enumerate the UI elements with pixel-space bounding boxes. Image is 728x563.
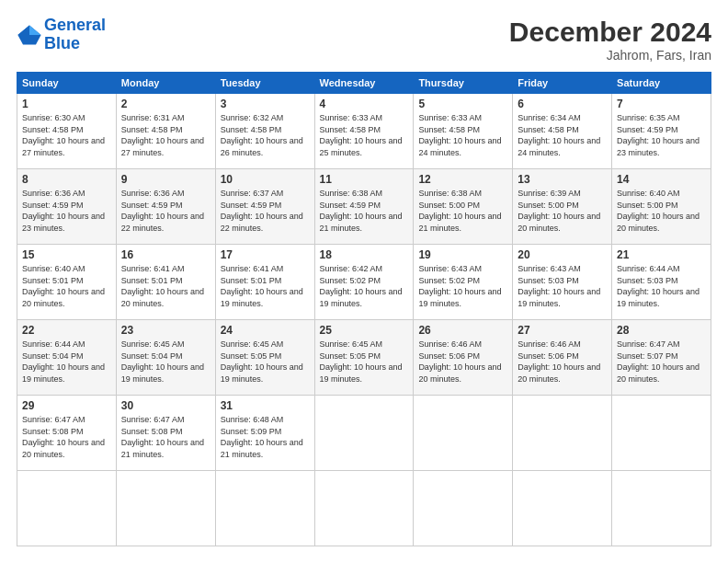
day-info: Sunrise: 6:41 AMSunset: 5:01 PMDaylight:…: [221, 263, 310, 309]
calendar-cell: 14Sunrise: 6:40 AMSunset: 5:00 PMDayligh…: [612, 169, 711, 245]
calendar-cell: [513, 471, 612, 546]
calendar-cell: 1Sunrise: 6:30 AMSunset: 4:58 PMDaylight…: [17, 94, 117, 169]
day-number: 10: [221, 173, 310, 186]
day-info: Sunrise: 6:43 AMSunset: 5:02 PMDaylight:…: [418, 263, 507, 309]
calendar-cell: 18Sunrise: 6:42 AMSunset: 5:02 PMDayligh…: [314, 245, 414, 320]
header: General Blue December 2024 Jahrom, Fars,…: [17, 17, 711, 63]
day-info: Sunrise: 6:40 AMSunset: 5:00 PMDaylight:…: [617, 188, 706, 234]
calendar-cell: 17Sunrise: 6:41 AMSunset: 5:01 PMDayligh…: [215, 245, 314, 320]
col-friday: Friday: [513, 73, 612, 94]
day-info: Sunrise: 6:30 AMSunset: 4:58 PMDaylight:…: [22, 112, 111, 158]
col-wednesday: Wednesday: [314, 73, 414, 94]
col-thursday: Thursday: [414, 73, 513, 94]
calendar-cell: 13Sunrise: 6:39 AMSunset: 5:00 PMDayligh…: [513, 169, 612, 245]
calendar-cell: 12Sunrise: 6:38 AMSunset: 5:00 PMDayligh…: [414, 169, 513, 245]
day-number: 2: [121, 98, 210, 110]
calendar-cell: 29Sunrise: 6:47 AMSunset: 5:08 PMDayligh…: [17, 396, 117, 471]
day-number: 18: [320, 248, 409, 261]
calendar-cell: [612, 471, 711, 546]
calendar-cell: [314, 396, 414, 471]
day-info: Sunrise: 6:47 AMSunset: 5:08 PMDaylight:…: [121, 414, 210, 460]
calendar-cell: 10Sunrise: 6:37 AMSunset: 4:59 PMDayligh…: [215, 169, 314, 245]
day-number: 11: [320, 173, 409, 186]
day-number: 7: [617, 98, 706, 110]
day-number: 28: [617, 324, 706, 337]
day-info: Sunrise: 6:33 AMSunset: 4:58 PMDaylight:…: [418, 112, 507, 158]
logo: General Blue: [17, 17, 106, 53]
day-number: 31: [221, 399, 310, 412]
logo-line2: Blue: [44, 34, 80, 52]
calendar-cell: 6Sunrise: 6:34 AMSunset: 4:58 PMDaylight…: [513, 94, 612, 169]
day-info: Sunrise: 6:40 AMSunset: 5:01 PMDaylight:…: [22, 263, 111, 309]
calendar-week-row: [17, 471, 711, 546]
calendar-cell: 2Sunrise: 6:31 AMSunset: 4:58 PMDaylight…: [116, 94, 215, 169]
day-number: 13: [518, 173, 607, 186]
day-number: 26: [418, 324, 507, 337]
day-number: 9: [121, 173, 210, 186]
col-tuesday: Tuesday: [215, 73, 314, 94]
day-number: 20: [518, 248, 607, 261]
day-info: Sunrise: 6:32 AMSunset: 4:58 PMDaylight:…: [221, 112, 310, 158]
calendar-cell: 31Sunrise: 6:48 AMSunset: 5:09 PMDayligh…: [215, 396, 314, 471]
calendar-cell: [414, 471, 513, 546]
day-info: Sunrise: 6:47 AMSunset: 5:08 PMDaylight:…: [22, 414, 111, 460]
day-number: 21: [617, 248, 706, 261]
day-info: Sunrise: 6:46 AMSunset: 5:06 PMDaylight:…: [518, 339, 607, 385]
calendar-cell: [612, 396, 711, 471]
day-number: 23: [121, 324, 210, 337]
day-number: 5: [418, 98, 507, 110]
calendar-cell: [215, 471, 314, 546]
day-info: Sunrise: 6:44 AMSunset: 5:03 PMDaylight:…: [617, 263, 706, 309]
calendar-cell: 23Sunrise: 6:45 AMSunset: 5:04 PMDayligh…: [116, 320, 215, 396]
day-number: 4: [320, 98, 409, 110]
calendar-cell: 21Sunrise: 6:44 AMSunset: 5:03 PMDayligh…: [612, 245, 711, 320]
calendar-cell: 22Sunrise: 6:44 AMSunset: 5:04 PMDayligh…: [17, 320, 117, 396]
day-info: Sunrise: 6:41 AMSunset: 5:01 PMDaylight:…: [121, 263, 210, 309]
calendar-cell: [116, 471, 215, 546]
title-block: December 2024 Jahrom, Fars, Iran: [509, 17, 711, 63]
day-number: 16: [121, 248, 210, 261]
day-number: 3: [221, 98, 310, 110]
calendar-cell: 11Sunrise: 6:38 AMSunset: 4:59 PMDayligh…: [314, 169, 414, 245]
day-number: 14: [617, 173, 706, 186]
day-info: Sunrise: 6:36 AMSunset: 4:59 PMDaylight:…: [22, 188, 111, 234]
day-number: 8: [22, 173, 111, 186]
day-info: Sunrise: 6:34 AMSunset: 4:58 PMDaylight:…: [518, 112, 607, 158]
calendar-cell: 20Sunrise: 6:43 AMSunset: 5:03 PMDayligh…: [513, 245, 612, 320]
logo-line1: General: [44, 16, 106, 34]
calendar-week-row: 1Sunrise: 6:30 AMSunset: 4:58 PMDaylight…: [17, 94, 711, 169]
calendar-cell: 4Sunrise: 6:33 AMSunset: 4:58 PMDaylight…: [314, 94, 414, 169]
day-info: Sunrise: 6:48 AMSunset: 5:09 PMDaylight:…: [221, 414, 310, 460]
day-number: 27: [518, 324, 607, 337]
day-number: 25: [320, 324, 409, 337]
calendar-cell: 26Sunrise: 6:46 AMSunset: 5:06 PMDayligh…: [414, 320, 513, 396]
calendar-cell: 30Sunrise: 6:47 AMSunset: 5:08 PMDayligh…: [116, 396, 215, 471]
calendar-table: Sunday Monday Tuesday Wednesday Thursday…: [17, 72, 711, 546]
day-number: 30: [121, 399, 210, 412]
calendar-cell: 27Sunrise: 6:46 AMSunset: 5:06 PMDayligh…: [513, 320, 612, 396]
month-title: December 2024: [509, 17, 711, 48]
calendar-week-row: 29Sunrise: 6:47 AMSunset: 5:08 PMDayligh…: [17, 396, 711, 471]
day-number: 17: [221, 248, 310, 261]
calendar-cell: 24Sunrise: 6:45 AMSunset: 5:05 PMDayligh…: [215, 320, 314, 396]
day-info: Sunrise: 6:36 AMSunset: 4:59 PMDaylight:…: [121, 188, 210, 234]
calendar-cell: 5Sunrise: 6:33 AMSunset: 4:58 PMDaylight…: [414, 94, 513, 169]
day-number: 15: [22, 248, 111, 261]
calendar-cell: 19Sunrise: 6:43 AMSunset: 5:02 PMDayligh…: [414, 245, 513, 320]
calendar-cell: 8Sunrise: 6:36 AMSunset: 4:59 PMDaylight…: [17, 169, 117, 245]
day-info: Sunrise: 6:45 AMSunset: 5:04 PMDaylight:…: [121, 339, 210, 385]
day-info: Sunrise: 6:38 AMSunset: 5:00 PMDaylight:…: [418, 188, 507, 234]
day-number: 22: [22, 324, 111, 337]
calendar-cell: [414, 396, 513, 471]
day-number: 12: [418, 173, 507, 186]
calendar-cell: 28Sunrise: 6:47 AMSunset: 5:07 PMDayligh…: [612, 320, 711, 396]
calendar-cell: [17, 471, 117, 546]
day-info: Sunrise: 6:42 AMSunset: 5:02 PMDaylight:…: [320, 263, 409, 309]
day-number: 6: [518, 98, 607, 110]
day-info: Sunrise: 6:47 AMSunset: 5:07 PMDaylight:…: [617, 339, 706, 385]
calendar-cell: 16Sunrise: 6:41 AMSunset: 5:01 PMDayligh…: [116, 245, 215, 320]
logo-text: General Blue: [44, 17, 106, 53]
day-info: Sunrise: 6:31 AMSunset: 4:58 PMDaylight:…: [121, 112, 210, 158]
day-number: 1: [22, 98, 111, 110]
calendar-cell: [513, 396, 612, 471]
